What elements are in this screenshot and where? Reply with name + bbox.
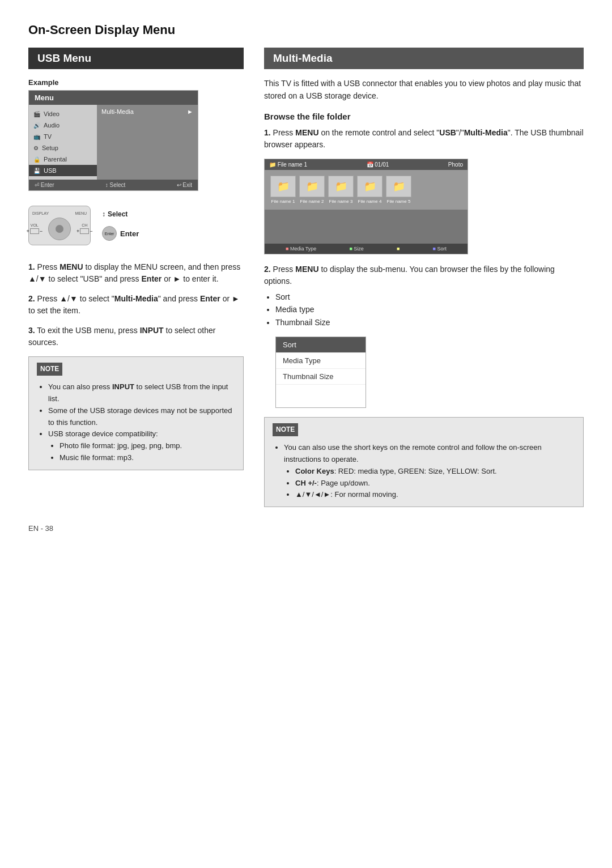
mm-intro: This TV is fitted with a USB connector t… xyxy=(264,77,584,103)
menu-footer-exit: ↩ Exit xyxy=(177,182,192,188)
note-bullet-2: Some of the USB storage devices may not … xyxy=(48,405,235,429)
note-title-left: NOTE xyxy=(37,363,62,376)
usb-icon: 💾 xyxy=(33,168,40,174)
submenu-popup: Sort Media Type Thumbnail Size xyxy=(275,337,366,408)
thumb-icon-5: 📁 xyxy=(386,176,411,197)
menu-item-video: 🎬 Video xyxy=(29,108,97,120)
thumb-icon-2: 📁 xyxy=(299,176,325,197)
menu-item-audio: 🔊 Audio xyxy=(29,120,97,131)
thumb-item-1: 📁 File name 1 xyxy=(270,176,296,204)
submenu-spacer xyxy=(276,385,366,407)
remote-buttons: VOL + − CH xyxy=(26,218,92,240)
submenu-media-type: Media Type xyxy=(276,353,366,369)
vol-buttons: + − xyxy=(26,228,42,234)
browser-header-center: 📅 01/01 xyxy=(367,161,389,168)
vol-group: VOL + − xyxy=(26,223,42,234)
page-number: EN - 38 xyxy=(28,524,53,533)
step-1: 1. Press MENU to display the MENU screen… xyxy=(28,261,244,285)
usb-browser-footer: ■ Media Type ■ Size ■ ■ Sort xyxy=(265,244,468,254)
mm-step-1: 1. Press MENU on the remote control and … xyxy=(264,127,584,151)
footer-green: ■ Size xyxy=(349,246,363,252)
browse-title: Browse the file folder xyxy=(264,112,584,121)
example-label: Example xyxy=(28,78,244,87)
browser-header-left: 📁 File name 1 xyxy=(269,161,307,168)
ch-buttons: + − xyxy=(76,228,93,234)
menu-items-list: 🎬 Video 🔊 Audio 📺 TV ⚙ xyxy=(29,105,97,180)
menu-screenshot-mockup: Menu 🎬 Video 🔊 Audio 📺 TV xyxy=(28,90,198,191)
menu-item-setup: ⚙ Setup xyxy=(29,142,97,154)
step-2: 2. Press ▲/▼ to select "Multi-Media" and… xyxy=(28,293,244,317)
menu-item-usb: 💾 USB xyxy=(29,165,97,176)
menu-item-parental: 🔒 Parental xyxy=(29,154,97,165)
step-3: 3. To exit the USB menu, press INPUT to … xyxy=(28,325,244,348)
page-container: On-Screen Display Menu USB Menu Example … xyxy=(28,23,584,533)
tv-icon: 📺 xyxy=(33,134,40,140)
usb-browser-header: 📁 File name 1 📅 01/01 Photo xyxy=(265,159,468,170)
parental-icon: 🔒 xyxy=(33,156,40,163)
video-icon: 🎬 xyxy=(33,111,40,117)
usb-menu-header: USB Menu xyxy=(28,48,244,69)
options-list: Sort Media type Thumbnail Size xyxy=(264,291,584,329)
mm-header: Multi-Media xyxy=(264,48,584,69)
menu-right-label: Multi-Media xyxy=(101,108,134,115)
thumb-icon-3: 📁 xyxy=(328,176,354,197)
footer-yellow: ■ xyxy=(397,246,400,252)
remote-mockup: DISPLAY MENU VOL + − xyxy=(28,200,244,251)
mm-step-2: 2. Press MENU to display the sub-menu. Y… xyxy=(264,263,584,329)
menu-mockup-body: 🎬 Video 🔊 Audio 📺 TV ⚙ xyxy=(29,105,198,180)
menu-item-tv: 📺 TV xyxy=(29,131,97,142)
note-bullet-3: USB storage device compatibility: Photo … xyxy=(48,428,235,463)
browser-empty-area xyxy=(265,210,468,244)
remote-top-labels: DISPLAY MENU xyxy=(32,211,87,215)
browser-header-right: Photo xyxy=(448,161,463,168)
note-title-right: NOTE xyxy=(273,423,298,436)
menu-right-arrow: ► xyxy=(187,108,193,115)
two-column-layout: USB Menu Example Menu 🎬 Video 🔊 Audio xyxy=(28,48,584,507)
enter-label: Enter xyxy=(120,229,139,238)
audio-icon: 🔊 xyxy=(33,122,40,129)
option-media-type: Media type xyxy=(275,303,584,316)
option-thumbnail-size: Thumbnail Size xyxy=(275,316,584,329)
setup-icon: ⚙ xyxy=(33,145,39,151)
select-label: ↕ Select xyxy=(102,210,139,218)
submenu-thumbnail-size: Thumbnail Size xyxy=(276,369,366,385)
menu-footer-enter: ⏎ Enter xyxy=(35,182,54,188)
footer-red: ■ Media Type xyxy=(286,246,316,252)
usb-menu-section: USB Menu Example Menu 🎬 Video 🔊 Audio xyxy=(28,48,244,470)
thumb-icon-1: 📁 xyxy=(270,176,296,197)
note-bullets-left: You can also press INPUT to select USB f… xyxy=(37,381,235,464)
enter-button-circle: Enter xyxy=(102,226,117,241)
thumb-label-5: File name 5 xyxy=(387,199,411,204)
footer-page: EN - 38 xyxy=(28,524,584,533)
thumb-label-2: File name 2 xyxy=(300,199,324,204)
note-right-bullet-1: You can also use the short keys on the r… xyxy=(284,442,575,501)
option-sort: Sort xyxy=(275,291,584,303)
menu-right-panel: Multi-Media ► xyxy=(97,105,198,180)
note-box-left: NOTE You can also press INPUT to select … xyxy=(28,356,244,470)
menu-footer-select: ↕ Select xyxy=(105,182,126,188)
mm-section: Multi-Media This TV is fitted with a USB… xyxy=(264,48,584,507)
thumb-label-1: File name 1 xyxy=(271,199,295,204)
thumb-item-3: 📁 File name 3 xyxy=(328,176,354,204)
d-pad xyxy=(48,218,71,240)
thumb-item-2: 📁 File name 2 xyxy=(299,176,325,204)
note-bullet-1: You can also press INPUT to select USB f… xyxy=(48,381,235,405)
thumb-label-4: File name 4 xyxy=(358,199,382,204)
ch-group: CH + − xyxy=(76,223,93,234)
page-title: On-Screen Display Menu xyxy=(28,23,584,37)
menu-footer: ⏎ Enter ↕ Select ↩ Exit xyxy=(29,180,198,190)
menu-mockup-title: Menu xyxy=(29,91,198,105)
footer-blue: ■ Sort xyxy=(432,246,446,252)
thumb-icon-4: 📁 xyxy=(357,176,382,197)
submenu-sort: Sort xyxy=(276,337,366,353)
note-box-right: NOTE You can also use the short keys on … xyxy=(264,417,584,507)
thumb-item-4: 📁 File name 4 xyxy=(357,176,382,204)
remote-body: DISPLAY MENU VOL + − xyxy=(28,206,91,245)
usb-browser-mockup: 📁 File name 1 📅 01/01 Photo 📁 File name … xyxy=(264,159,468,254)
thumb-label-3: File name 3 xyxy=(329,199,353,204)
usb-thumbnails-area: 📁 File name 1 📁 File name 2 📁 File name … xyxy=(265,170,468,210)
thumb-item-5: 📁 File name 5 xyxy=(386,176,411,204)
